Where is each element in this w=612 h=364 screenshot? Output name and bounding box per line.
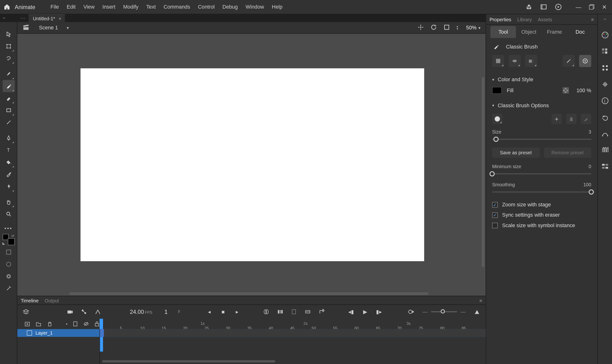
loop-playback-icon[interactable] [408,308,415,315]
canvas-hscrollbar[interactable] [69,292,429,295]
section-brush-header[interactable]: ▾Classic Brush Options [492,101,591,112]
zoom-value[interactable]: 50% [460,25,477,31]
cb-zoom-with-stage[interactable]: Zoom size with stage [492,199,591,210]
timeline-zoom-slider[interactable]: — — [422,309,466,315]
outline-layer-icon[interactable] [73,321,78,326]
layers-icon[interactable] [23,308,29,315]
zoom-control[interactable]: ▴▾ 50% ▾ [457,25,480,31]
timeline-ruler[interactable]: 1s2s3s510152025303540455055606570758085 [99,319,486,329]
zoom-tool[interactable] [2,208,14,220]
brush-mode-3-icon[interactable] [525,55,537,67]
brush-min-size-slider[interactable]: Minimum size0 [492,163,591,181]
section-color-header[interactable]: ▾Color and Style [492,75,591,86]
scene-name[interactable]: Scene 1 [39,25,58,31]
brush-mode-2-icon[interactable] [508,55,521,67]
document-tab-close-icon[interactable]: × [59,16,61,21]
swatch-option-2-icon[interactable] [2,258,14,270]
insert-keyframe-icon[interactable]: ■ [220,308,227,315]
next-keyframe-icon[interactable]: ▸ [233,308,241,315]
save-preset-button[interactable]: Save as preset [492,147,540,158]
dock-info-icon[interactable]: i [600,96,609,105]
free-transform-tool[interactable] [2,40,14,52]
min-size-value[interactable]: 0 [589,164,591,169]
menu-modify[interactable]: Modify [119,0,142,14]
default-colors-icon[interactable]: ◣ [2,241,5,245]
timeline-menu-icon[interactable]: ≡ [479,298,482,303]
lasso-tool[interactable] [2,52,14,65]
classic-brush-tool[interactable] [2,80,14,92]
camera-icon[interactable] [67,308,74,315]
dock-motion-icon[interactable] [600,129,609,138]
hand-tool[interactable] [2,196,14,208]
new-folder-icon[interactable] [35,321,41,327]
panel-menu-icon[interactable]: ≡ [591,17,594,22]
window-minimize-icon[interactable]: — [576,4,581,10]
subtab-frame[interactable]: Frame [542,26,567,38]
tab-timeline[interactable]: Timeline [21,298,39,303]
collapse-left-handle[interactable]: ‹‹ [3,15,5,20]
window-restore-icon[interactable] [589,4,594,10]
scene-clapper-icon[interactable] [23,24,30,32]
tab-output[interactable]: Output [45,298,59,303]
menu-text[interactable]: Text [142,0,160,14]
menu-commands[interactable]: Commands [160,0,194,14]
menu-file[interactable]: File [47,0,63,14]
keyframe-1[interactable] [99,329,104,337]
new-layer-icon[interactable] [24,321,30,327]
selection-tool[interactable] [2,28,14,40]
pin-tool[interactable] [2,180,14,193]
eyedropper-tool[interactable] [2,168,14,180]
color-swatches[interactable]: ⇄ ◣ [2,234,14,245]
delete-layer-icon[interactable] [47,321,53,327]
share-icon[interactable] [525,3,532,10]
subtab-object[interactable]: Object [516,26,542,38]
onion-skin-icon[interactable] [263,308,270,315]
zoom-spinner-icon[interactable]: ▴▾ [457,25,458,30]
object-drawing-icon[interactable] [2,270,14,283]
brush-mode-5-icon[interactable] [579,55,591,67]
dock-library-icon[interactable] [600,146,609,154]
menu-window[interactable]: Window [242,0,268,14]
step-forward-icon[interactable]: ▮▸ [375,308,382,315]
menu-debug[interactable]: Debug [218,0,242,14]
brush-mode-4-icon[interactable] [563,55,575,67]
lock-layer-icon[interactable] [95,321,100,327]
dock-history-icon[interactable] [600,113,609,122]
brush-size-slider[interactable]: Size3 [492,129,591,147]
swatch-option-1-icon[interactable] [2,246,14,258]
transparency-icon[interactable] [563,87,569,93]
current-frame[interactable]: 1 [164,309,168,315]
line-tool[interactable] [2,116,14,129]
menu-insert[interactable]: Insert [98,0,119,14]
panel-tab-library[interactable]: Library [517,17,532,22]
step-back-icon[interactable]: ◂▮ [348,308,355,315]
menu-edit[interactable]: Edit [63,0,80,14]
tab-grip-icon[interactable]: ⋯ [17,14,28,22]
timeline-hscrollbar[interactable] [102,360,275,362]
fit-timeline-icon[interactable] [474,308,480,315]
rotate-stage-icon[interactable] [431,24,437,31]
edit-multiple-frames-icon[interactable] [277,308,284,315]
more-tools-icon[interactable]: ••• [4,225,13,231]
subtab-tool[interactable]: Tool [490,26,516,38]
dock-align-icon[interactable] [600,64,609,72]
pen-tool[interactable] [2,132,14,144]
panel-tab-assets[interactable]: Assets [538,17,552,22]
cb-scale-symbol[interactable]: Scale size with symbol instance [492,220,591,231]
add-brush-preset-icon[interactable]: + [552,114,562,124]
menu-view[interactable]: View [80,0,98,14]
size-value[interactable]: 3 [589,129,591,134]
menu-control[interactable]: Control [194,0,219,14]
fluid-brush-tool[interactable] [2,68,14,80]
workspace-icon[interactable] [540,3,547,10]
loop-icon[interactable] [318,308,325,315]
eraser-tool[interactable] [2,92,14,104]
fill-color-swatch[interactable] [492,87,502,94]
smoothing-value[interactable]: 100 [583,182,591,187]
clip-stage-icon[interactable] [444,24,451,31]
layer-parent-icon[interactable] [81,308,87,315]
scene-dropdown-chevron-icon[interactable]: ▾ [67,25,69,30]
marker-icon[interactable] [291,308,298,315]
home-icon[interactable] [3,3,11,11]
document-tab[interactable]: Untitled-1* × [28,14,65,22]
